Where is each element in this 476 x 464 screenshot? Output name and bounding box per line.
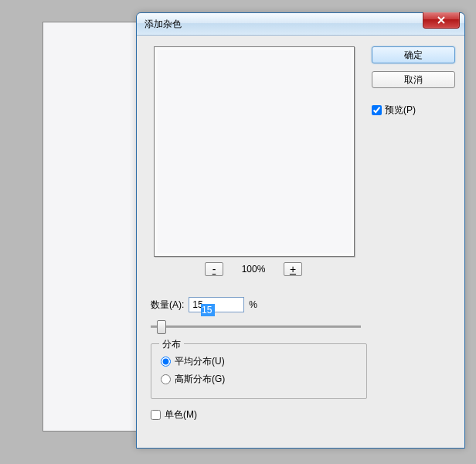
preview-box[interactable] — [154, 46, 355, 257]
plus-icon: + — [290, 264, 296, 275]
cancel-button[interactable]: 取消 — [372, 71, 455, 88]
canvas-background — [42, 22, 144, 432]
preview-checkbox-row: 预览(P) — [372, 104, 455, 117]
slider-thumb[interactable] — [157, 320, 166, 334]
preview-label: 预览(P) — [385, 104, 416, 117]
preview-image — [158, 50, 351, 253]
amount-row: 数量(A): % — [151, 297, 257, 312]
zoom-out-button[interactable]: - — [205, 262, 223, 276]
close-icon — [437, 16, 446, 24]
monochrome-label: 单色(M) — [165, 408, 197, 421]
titlebar: 添加杂色 — [137, 13, 464, 36]
gaussian-radio-row: 高斯分布(G) — [161, 373, 357, 386]
gaussian-label: 高斯分布(G) — [175, 373, 225, 386]
amount-input[interactable] — [189, 297, 244, 312]
right-panel: 确定 取消 预览(P) — [372, 46, 455, 117]
monochrome-row: 单色(M) — [151, 408, 197, 421]
amount-unit: % — [249, 299, 257, 310]
ok-button[interactable]: 确定 — [372, 46, 455, 63]
monochrome-checkbox[interactable] — [151, 410, 161, 420]
distribution-legend: 分布 — [159, 338, 184, 351]
preview-checkbox[interactable] — [372, 105, 382, 115]
add-noise-dialog: 添加杂色 确定 取消 预览(P) - 100% — [136, 12, 465, 449]
gaussian-radio[interactable] — [161, 374, 171, 384]
distribution-group: 分布 平均分布(U) 高斯分布(G) — [151, 343, 367, 399]
uniform-radio-row: 平均分布(U) — [161, 355, 357, 368]
close-button[interactable] — [423, 12, 460, 29]
uniform-label: 平均分布(U) — [175, 355, 225, 368]
zoom-row: - 100% + — [154, 262, 353, 276]
uniform-radio[interactable] — [161, 357, 171, 367]
amount-slider[interactable] — [151, 319, 361, 334]
zoom-value: 100% — [234, 264, 273, 275]
amount-label: 数量(A): — [151, 299, 184, 312]
dialog-title: 添加杂色 — [144, 18, 182, 31]
slider-track — [151, 326, 361, 328]
minus-icon: - — [212, 264, 216, 275]
zoom-in-button[interactable]: + — [284, 262, 302, 276]
dialog-body: 确定 取消 预览(P) - 100% + 数量(A): % — [137, 36, 464, 449]
